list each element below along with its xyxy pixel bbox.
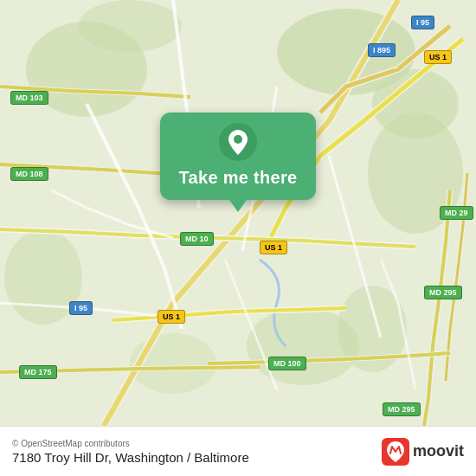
badge-us1-top: US 1	[424, 50, 452, 64]
copyright-text: © OpenStreetMap contributors	[12, 439, 249, 448]
moovit-icon	[382, 438, 409, 466]
badge-md295-bottom: MD 295	[383, 402, 421, 416]
moovit-logo: moovit	[382, 438, 464, 466]
badge-md295-right: MD 295	[424, 286, 462, 299]
map-container: I 95 I 895 US 1 MD 103 MD 108 MD 10 US 1…	[0, 0, 476, 476]
badge-md29-right: MD 29	[440, 206, 473, 220]
badge-md103: MD 103	[10, 91, 48, 105]
badge-md108: MD 108	[10, 167, 48, 181]
svg-point-4	[78, 0, 182, 52]
svg-point-11	[234, 135, 242, 144]
badge-i895: I 895	[368, 43, 396, 57]
badge-md100-bottom: MD 100	[268, 357, 306, 370]
take-me-there-popup[interactable]: Take me there	[160, 113, 316, 200]
badge-i95-top: I 95	[411, 16, 434, 29]
address-text: 7180 Troy Hill Dr, Washington / Baltimor…	[12, 450, 249, 465]
info-bar: © OpenStreetMap contributors 7180 Troy H…	[0, 426, 476, 476]
moovit-text: moovit	[413, 442, 464, 460]
badge-i95-bottom: I 95	[69, 301, 93, 315]
badge-md100-mid: MD 10	[180, 232, 214, 246]
take-me-there-button[interactable]: Take me there	[179, 168, 298, 188]
badge-md175: MD 175	[19, 365, 57, 379]
location-pin-icon	[219, 123, 257, 161]
badge-us1-mid: US 1	[260, 241, 287, 254]
info-bar-left: © OpenStreetMap contributors 7180 Troy H…	[12, 439, 249, 465]
badge-us1-bottom: US 1	[158, 310, 185, 324]
